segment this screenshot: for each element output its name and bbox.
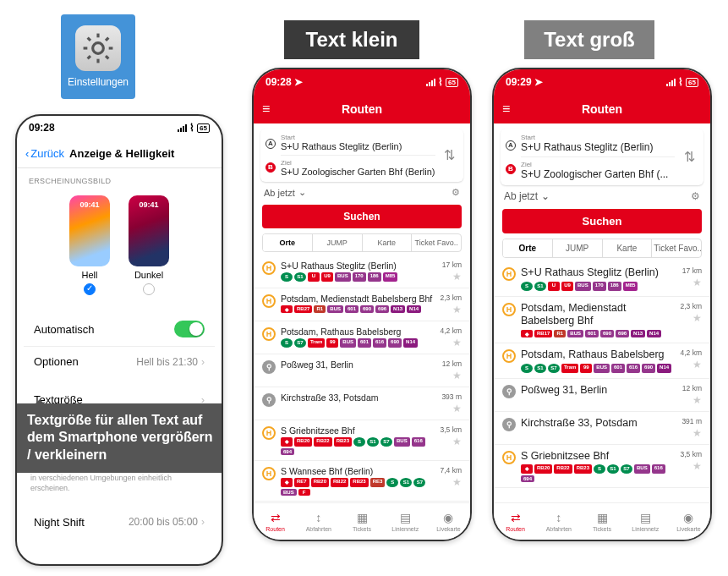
line-badge: S (353, 437, 365, 447)
distance: 3,5 km (440, 425, 462, 434)
start-field[interactable]: Start S+U Rathaus Steglitz (Berlin) (281, 132, 435, 153)
wifi-icon: ⌇ (438, 76, 443, 88)
stop-h-icon: H (262, 294, 276, 308)
stop-item[interactable]: HS+U Rathaus Steglitz (Berlin)SS1UU9BUS1… (254, 255, 470, 288)
row-nightshift[interactable]: Night Shift 20:00 bis 05:00› (24, 507, 215, 537)
stop-item[interactable]: HPotsdam, Medienstadt Babelsberg Bhf◆RB2… (254, 288, 470, 321)
tab-label: Tickets (593, 526, 611, 532)
line-badge: 616 (412, 437, 425, 447)
line-badge: 99 (580, 364, 592, 373)
bottom-tab-livekarte[interactable]: ◉Livekarte (667, 503, 710, 540)
swap-button[interactable]: ⇅ (680, 149, 698, 165)
stop-item[interactable]: ⚲Kirchstraße 33, Potsdam391 m★ (494, 412, 710, 445)
stop-item[interactable]: HPotsdam, Medienstadt Babelsberg Bhf◆RB1… (494, 297, 710, 343)
line-badges: ◆RB20RB22RB23SS1S7BUS616694 (281, 437, 435, 455)
search-button[interactable]: Suchen (262, 205, 462, 228)
line-badge: 186 (368, 272, 381, 282)
preview-time: 09:41 (139, 200, 158, 209)
departure-time-dropdown[interactable]: Ab jetzt⌄ (264, 187, 306, 198)
route-search-card: A B Start S+U Rathaus Steglitz (Berlin) … (260, 129, 463, 182)
bottom-tab-abfahrten[interactable]: ↕Abfahrten (537, 503, 580, 540)
tab-ticket favo..[interactable]: Ticket Favo.. (652, 239, 701, 257)
chevron-down-icon: ⌄ (298, 187, 306, 198)
stop-item[interactable]: ⚲Poßweg 31, Berlin12 km★ (494, 379, 710, 412)
tab-orte[interactable]: Orte (263, 234, 313, 251)
line-badge: ◆ (281, 437, 293, 447)
favorite-star[interactable]: ★ (692, 394, 702, 406)
start-field[interactable]: Start S+U Rathaus Steglitz (Berlin) (521, 132, 675, 155)
row-options[interactable]: Optionen Hell bis 21:30› (24, 346, 215, 376)
stop-item[interactable]: ⚲Poßweg 31, Berlin12 km★ (254, 354, 470, 387)
favorite-star[interactable]: ★ (692, 460, 702, 472)
settings-gear-button[interactable]: ⚙ (691, 190, 700, 202)
dark-label: Dunkel (129, 270, 169, 280)
bottom-tab-routen[interactable]: ⇄Routen (494, 503, 537, 540)
stop-item[interactable]: ⚲Kirchstraße 33, Potsdam393 m★ (254, 387, 470, 420)
bottom-tab-liniennetz[interactable]: ▤Liniennetz (384, 503, 427, 540)
swap-button[interactable]: ⇅ (441, 147, 459, 163)
line-badge: N14 (657, 364, 671, 373)
settings-gear-button[interactable]: ⚙ (452, 187, 460, 198)
favorite-star[interactable]: ★ (452, 436, 462, 447)
tab-karte[interactable]: Karte (363, 234, 413, 251)
stop-name: Potsdam, Rathaus Babelsberg (281, 326, 435, 337)
departure-time-dropdown[interactable]: Ab jetzt⌄ (504, 190, 550, 202)
bottom-tab-livekarte[interactable]: ◉Livekarte (427, 503, 470, 540)
favorite-star[interactable]: ★ (692, 312, 702, 324)
line-badge: R1 (314, 305, 326, 313)
stop-item[interactable]: HS Griebnitzsee Bhf◆RB20RB22RB23SS1S7BUS… (494, 445, 710, 489)
stop-h-icon: H (262, 261, 276, 275)
bottom-tab-tickets[interactable]: ▦Tickets (340, 503, 383, 540)
nightshift-value: 20:00 bis 05:00 (129, 516, 198, 528)
menu-button[interactable]: ≡ (502, 101, 510, 117)
bottom-tab-liniennetz[interactable]: ▤Liniennetz (624, 503, 667, 540)
favorite-star[interactable]: ★ (692, 427, 702, 439)
favorite-star[interactable]: ★ (452, 271, 462, 283)
stop-item[interactable]: HPotsdam, Rathaus BabelsbergSS7Tram99BUS… (254, 321, 470, 354)
back-button[interactable]: ‹Zurück (25, 147, 64, 160)
menu-button[interactable]: ≡ (262, 101, 270, 117)
pin-icon: ⚲ (502, 385, 516, 398)
line-badge: BUS (335, 272, 351, 282)
tab-jump[interactable]: JUMP (553, 239, 603, 257)
favorite-star[interactable]: ★ (692, 277, 702, 288)
bottom-tab-tickets[interactable]: ▦Tickets (580, 503, 623, 540)
stop-item[interactable]: HS Wannsee Bhf (Berlin)◆RE7RB20RB22RB23R… (254, 461, 470, 502)
stop-item[interactable]: HS Griebnitzsee Bhf◆RB20RB22RB23SS1S7BUS… (254, 420, 470, 461)
status-time: 09:28 (29, 122, 55, 134)
favorite-star[interactable]: ★ (452, 370, 462, 381)
line-badge: S7 (413, 478, 425, 487)
distance: 3,5 km (680, 450, 702, 458)
tab-karte[interactable]: Karte (603, 239, 653, 257)
favorite-star[interactable]: ★ (452, 476, 462, 488)
tab-jump[interactable]: JUMP (313, 234, 363, 251)
line-badge: BUS (567, 330, 583, 337)
appearance-light[interactable]: 09:41 Hell (69, 195, 110, 297)
stop-name: Potsdam, Medienstadt Babelsberg Bhf (521, 302, 675, 328)
settings-app-icon[interactable]: Einstellungen (61, 14, 135, 99)
bottom-tab-routen[interactable]: ⇄Routen (254, 503, 297, 540)
line-badges: SS7Tram99BUS601616690N14 (281, 338, 435, 348)
dark-radio[interactable] (143, 283, 155, 295)
ziel-field[interactable]: Ziel S+U Zoologischer Garten Bhf (Berlin… (281, 157, 435, 178)
tab-orte[interactable]: Orte (503, 239, 553, 257)
wifi-icon: ⌇ (189, 122, 194, 134)
bottom-tab-abfahrten[interactable]: ↕Abfahrten (297, 503, 340, 540)
ziel-field[interactable]: Ziel S+U Zoologischer Garten Bhf (... (521, 159, 675, 182)
search-button[interactable]: Suchen (502, 209, 702, 233)
line-badge: 694 (281, 448, 294, 455)
automatic-switch[interactable] (174, 321, 205, 337)
automatic-label: Automatisch (34, 323, 95, 336)
line-badge: S1 (294, 272, 306, 282)
appearance-dark[interactable]: 09:41 Dunkel (129, 195, 169, 297)
favorite-star[interactable]: ★ (452, 403, 462, 414)
stop-item[interactable]: HPotsdam, Rathaus BabelsbergSS1S7Tram99B… (494, 343, 710, 379)
line-badge: F (298, 489, 310, 496)
favorite-star[interactable]: ★ (452, 337, 462, 348)
favorite-star[interactable]: ★ (692, 359, 702, 370)
tab-ticket favo..[interactable]: Ticket Favo.. (412, 234, 461, 251)
category-tabs: OrteJUMPKarteTicket Favo.. (262, 233, 462, 252)
light-radio-checked[interactable] (84, 283, 96, 295)
stop-item[interactable]: HS+U Rathaus Steglitz (Berlin)SS1UU9BUS1… (494, 261, 710, 297)
favorite-star[interactable]: ★ (452, 304, 462, 315)
